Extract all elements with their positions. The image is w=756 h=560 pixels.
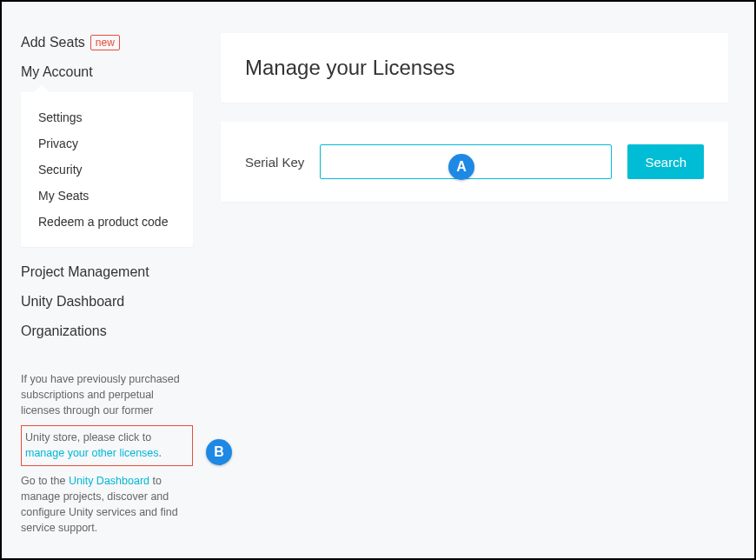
submenu-my-seats[interactable]: My Seats xyxy=(38,183,193,209)
nav-organizations[interactable]: Organizations xyxy=(21,317,193,346)
submenu-settings[interactable]: Settings xyxy=(38,104,193,130)
serial-key-label: Serial Key xyxy=(245,155,304,170)
sidebar: Add Seats new My Account Settings Privac… xyxy=(2,2,202,558)
new-badge: new xyxy=(90,35,120,50)
nav-unity-dashboard[interactable]: Unity Dashboard xyxy=(21,287,193,317)
footer-text-2a: Go to the xyxy=(21,475,69,487)
nav-project-management-label: Project Management xyxy=(21,264,149,280)
footer-text-1c: . xyxy=(159,447,162,459)
callout-a: A xyxy=(448,154,474,180)
search-button[interactable]: Search xyxy=(627,144,704,179)
search-panel: Serial Key Search xyxy=(221,122,728,202)
nav-organizations-label: Organizations xyxy=(21,323,107,339)
footer-highlight-box: Unity store, please click to manage your… xyxy=(21,425,193,465)
manage-other-licenses-link[interactable]: manage your other licenses xyxy=(25,447,159,459)
footer-block-1-top: If you have previously purchased subscri… xyxy=(21,366,193,423)
unity-dashboard-link[interactable]: Unity Dashboard xyxy=(69,475,149,487)
main-content: Manage your Licenses Serial Key Search xyxy=(202,2,754,558)
my-account-submenu: Settings Privacy Security My Seats Redee… xyxy=(21,92,193,247)
nav-project-management[interactable]: Project Management xyxy=(21,257,193,287)
nav-unity-dashboard-label: Unity Dashboard xyxy=(21,294,124,310)
footer-text-1a: If you have previously purchased subscri… xyxy=(21,373,180,417)
nav-add-seats-label: Add Seats xyxy=(21,35,85,50)
nav-my-account[interactable]: My Account xyxy=(21,57,193,87)
submenu-privacy[interactable]: Privacy xyxy=(38,130,193,157)
page-title: Manage your Licenses xyxy=(245,56,704,80)
footer-block-2: Go to the Unity Dashboard to manage proj… xyxy=(21,468,193,542)
callout-b: B xyxy=(206,439,232,465)
sidebar-footer: If you have previously purchased subscri… xyxy=(21,366,193,541)
submenu-security[interactable]: Security xyxy=(38,157,193,183)
submenu-redeem[interactable]: Redeem a product code xyxy=(38,209,193,235)
nav-add-seats[interactable]: Add Seats new xyxy=(21,28,193,57)
nav-my-account-label: My Account xyxy=(21,64,93,80)
title-panel: Manage your Licenses xyxy=(221,33,728,103)
footer-text-1b: Unity store, please click to xyxy=(25,431,151,443)
